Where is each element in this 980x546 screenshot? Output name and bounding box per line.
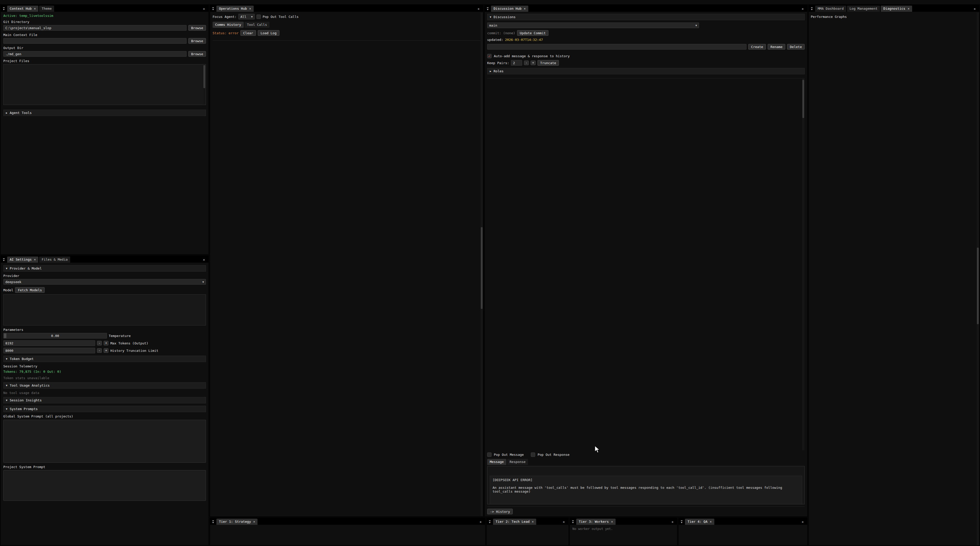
system-prompts-header[interactable]: ▼ System Prompts (3, 406, 206, 412)
close-icon[interactable]: × (34, 7, 36, 11)
history-truncation-increment[interactable]: + (103, 348, 108, 353)
dock-collapse-icon[interactable]: ▼ (1, 6, 6, 12)
dock-collapse-icon[interactable]: ▼ (485, 6, 490, 12)
popout-response-checkbox[interactable] (531, 452, 535, 457)
popout-message-checkbox[interactable] (487, 452, 492, 457)
to-history-button[interactable]: -> History (487, 509, 513, 514)
browse-git-button[interactable]: Browse (188, 25, 206, 31)
section-label: Session Insights (10, 398, 41, 402)
message-textarea[interactable]: [DEEPSEEK API ERROR] An assistant messag… (487, 466, 805, 504)
dock-collapse-icon[interactable]: ▼ (809, 6, 815, 12)
browse-output-button[interactable]: Browse (188, 51, 206, 57)
discussion-select[interactable]: main ▼ (487, 22, 699, 28)
update-commit-button[interactable]: Update Commit (517, 30, 549, 36)
close-icon[interactable]: × (907, 7, 909, 11)
tab-tier3[interactable]: Tier 3: Workers× (576, 519, 616, 525)
close-icon[interactable]: × (249, 7, 251, 11)
output-dir-input[interactable]: ./md_gen (3, 51, 186, 57)
discussions-header[interactable]: ▼ Discussions (487, 14, 805, 20)
dock-collapse-icon[interactable]: ▼ (1, 257, 6, 263)
project-prompt-textarea[interactable] (3, 470, 206, 501)
keep-pairs-decrement[interactable]: - (524, 61, 529, 65)
tab-mma-dashboard[interactable]: MMA Dashboard (815, 6, 846, 12)
main-context-file-input[interactable] (3, 38, 186, 44)
close-icon[interactable]: × (611, 520, 613, 524)
tab-diagnostics[interactable]: Diagnostics× (881, 6, 912, 12)
discussion-name-input[interactable] (487, 44, 746, 49)
max-tokens-input[interactable]: 8192 (3, 340, 95, 346)
tab-operations-hub[interactable]: Operations Hub× (216, 6, 254, 12)
keep-pairs-input[interactable]: 2 (511, 60, 522, 65)
git-directory-input[interactable]: C:\projects\manual_slop (3, 25, 186, 31)
browse-context-button[interactable]: Browse (188, 38, 206, 44)
window-close-icon[interactable]: × (560, 519, 567, 525)
tab-ai-settings[interactable]: AI Settings× (7, 257, 38, 263)
truncate-button[interactable]: Truncate (538, 60, 559, 65)
window-close-icon[interactable]: × (200, 6, 207, 12)
scrollbar[interactable] (203, 65, 205, 104)
window-close-icon[interactable]: × (669, 519, 676, 525)
window-close-icon[interactable]: × (971, 6, 978, 12)
focus-agent-select[interactable]: All ▼ (239, 14, 255, 19)
ai-settings-window: ▼ AI Settings× Files & Media × ▼ Provide… (0, 255, 209, 546)
dock-collapse-icon[interactable]: ▼ (210, 519, 216, 525)
tab-theme[interactable]: Theme (39, 6, 54, 12)
fetch-models-button[interactable]: Fetch Models (15, 287, 45, 293)
tab-tier2[interactable]: Tier 2: Tech Lead× (493, 519, 536, 525)
keep-pairs-increment[interactable]: + (531, 61, 535, 65)
agent-tools-header[interactable]: ▶ Agent Tools (3, 110, 206, 116)
scrollbar[interactable] (480, 13, 483, 516)
tab-files-media[interactable]: Files & Media (39, 257, 70, 263)
load-log-button[interactable]: Load Log (258, 30, 280, 36)
context-hub-window: ▼ Context Hub× Theme × Active: temp_live… (0, 5, 209, 254)
discussion-entries-list[interactable] (487, 78, 805, 450)
close-icon[interactable]: × (524, 7, 526, 11)
max-tokens-increment[interactable]: + (103, 341, 108, 345)
scrollbar[interactable] (802, 79, 804, 450)
section-label: Tool Usage Analytics (10, 383, 50, 387)
create-button[interactable]: Create (748, 44, 766, 49)
window-close-icon[interactable]: × (477, 519, 484, 525)
subtab-message[interactable]: Message (487, 459, 506, 465)
tool-usage-header[interactable]: ▼ Tool Usage Analytics (3, 382, 206, 389)
autoadd-checkbox[interactable]: ✓ (487, 54, 492, 58)
window-close-icon[interactable]: × (799, 6, 806, 12)
close-icon[interactable]: × (253, 520, 255, 524)
provider-model-header[interactable]: ▼ Provider & Model (3, 265, 206, 271)
dock-collapse-icon[interactable]: ▼ (487, 519, 492, 525)
dock-collapse-icon[interactable]: ▼ (210, 6, 216, 12)
rename-button[interactable]: Rename (768, 44, 785, 49)
roles-header[interactable]: ▶ Roles (487, 68, 805, 74)
tab-discussion-hub[interactable]: Discussion Hub× (491, 6, 528, 12)
global-prompt-textarea[interactable] (3, 420, 206, 463)
tab-context-hub[interactable]: Context Hub× (7, 6, 38, 12)
window-close-icon[interactable]: × (475, 6, 482, 12)
tab-label: Tool Calls (247, 23, 267, 27)
history-truncation-decrement[interactable]: - (97, 348, 102, 353)
close-icon[interactable]: × (34, 258, 36, 261)
history-truncation-input[interactable]: 8000 (3, 348, 95, 353)
tab-tier4[interactable]: Tier 4: QA× (685, 519, 714, 525)
window-close-icon[interactable]: × (799, 519, 806, 525)
popout-toolcalls-checkbox[interactable] (256, 14, 261, 19)
window-close-icon[interactable]: × (200, 257, 207, 263)
provider-select[interactable]: deepseek ▼ (3, 279, 206, 285)
delete-button[interactable]: Delete (787, 44, 805, 49)
clear-button[interactable]: Clear (240, 30, 256, 36)
tab-tier1[interactable]: Tier 1: Strategy× (216, 519, 258, 525)
tab-label: Response (510, 460, 526, 464)
max-tokens-decrement[interactable]: - (97, 341, 102, 345)
dock-collapse-icon[interactable]: ▼ (679, 519, 684, 525)
comms-history-log[interactable] (213, 40, 480, 514)
subtab-comms-history[interactable]: Comms History (213, 22, 244, 28)
dock-collapse-icon[interactable]: ▼ (570, 519, 576, 525)
close-icon[interactable]: × (710, 520, 711, 524)
subtab-response[interactable]: Response (507, 459, 528, 465)
temperature-slider[interactable]: 0.00 (3, 333, 107, 338)
close-icon[interactable]: × (532, 520, 534, 524)
tab-log-management[interactable]: Log Management (847, 6, 880, 12)
token-budget-header[interactable]: ▼ Token Budget (3, 356, 206, 362)
scrollbar[interactable] (977, 13, 979, 545)
session-insights-header[interactable]: ▼ Session Insights (3, 397, 206, 404)
subtab-tool-calls[interactable]: Tool Calls (245, 22, 269, 28)
